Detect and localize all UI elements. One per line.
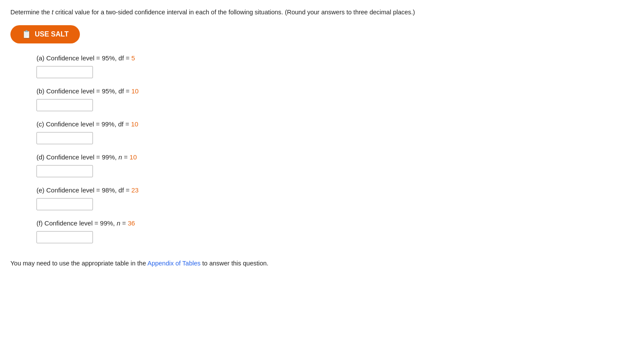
problem-d-value: 10 <box>129 153 137 161</box>
footer-text-after: to answer this question. <box>201 260 268 267</box>
problem-d-prefix: (d) Confidence level = 99%, <box>36 153 119 161</box>
footer-note: You may need to use the appropriate tabl… <box>10 260 634 267</box>
problem-c-label: (c) Confidence level = 99%, df = 10 <box>36 119 634 129</box>
problem-d-equals: = <box>122 153 129 161</box>
problem-f-input[interactable] <box>36 231 93 243</box>
footer-text-before: You may need to use the appropriate tabl… <box>10 260 147 267</box>
problem-a-value: 5 <box>131 54 135 62</box>
problem-f-prefix: (f) Confidence level = 99%, <box>36 219 117 227</box>
problem-a-input[interactable] <box>36 66 93 78</box>
problem-c-value: 10 <box>131 120 139 128</box>
problem-e: (e) Confidence level = 98%, df = 23 <box>36 185 634 210</box>
problem-b-label: (b) Confidence level = 95%, df = 10 <box>36 86 634 96</box>
problem-b-input[interactable] <box>36 99 93 111</box>
problem-f-value: 36 <box>128 219 135 227</box>
problem-f-equals: = <box>120 219 128 227</box>
problem-f-label: (f) Confidence level = 99%, n = 36 <box>36 218 634 229</box>
problem-a: (a) Confidence level = 95%, df = 5 <box>36 53 634 78</box>
problem-c: (c) Confidence level = 99%, df = 10 <box>36 119 634 144</box>
problem-f-italic-n: n <box>117 219 120 227</box>
problem-d-label: (d) Confidence level = 99%, n = 10 <box>36 152 634 162</box>
main-question: Determine the t critical value for a two… <box>10 8 634 17</box>
salt-icon: 📋 <box>22 30 31 39</box>
problem-c-input[interactable] <box>36 132 93 144</box>
problem-e-prefix: (e) Confidence level = 98%, df = <box>36 186 131 194</box>
salt-button-label: USE SALT <box>35 30 69 38</box>
appendix-link[interactable]: Appendix of Tables <box>147 260 200 267</box>
question-text-before: Determine the <box>10 9 52 16</box>
problems-container: (a) Confidence level = 95%, df = 5 (b) C… <box>36 53 634 251</box>
problem-a-prefix: (a) Confidence level = 95%, df = <box>36 54 131 62</box>
use-salt-button[interactable]: 📋 USE SALT <box>10 25 80 43</box>
problem-f: (f) Confidence level = 99%, n = 36 <box>36 218 634 243</box>
problem-e-label: (e) Confidence level = 98%, df = 23 <box>36 185 634 196</box>
problem-e-value: 23 <box>131 186 139 194</box>
problem-b: (b) Confidence level = 95%, df = 10 <box>36 86 634 111</box>
problem-b-prefix: (b) Confidence level = 95%, df = <box>36 87 131 95</box>
problem-a-label: (a) Confidence level = 95%, df = 5 <box>36 53 634 63</box>
problem-d-input[interactable] <box>36 165 93 177</box>
problem-d-italic-n: n <box>119 153 122 161</box>
problem-b-value: 10 <box>131 87 139 95</box>
problem-d: (d) Confidence level = 99%, n = 10 <box>36 152 634 177</box>
question-text-after: critical value for a two-sided confidenc… <box>53 9 415 16</box>
problem-e-input[interactable] <box>36 198 93 210</box>
problem-c-prefix: (c) Confidence level = 99%, df = <box>36 120 131 128</box>
